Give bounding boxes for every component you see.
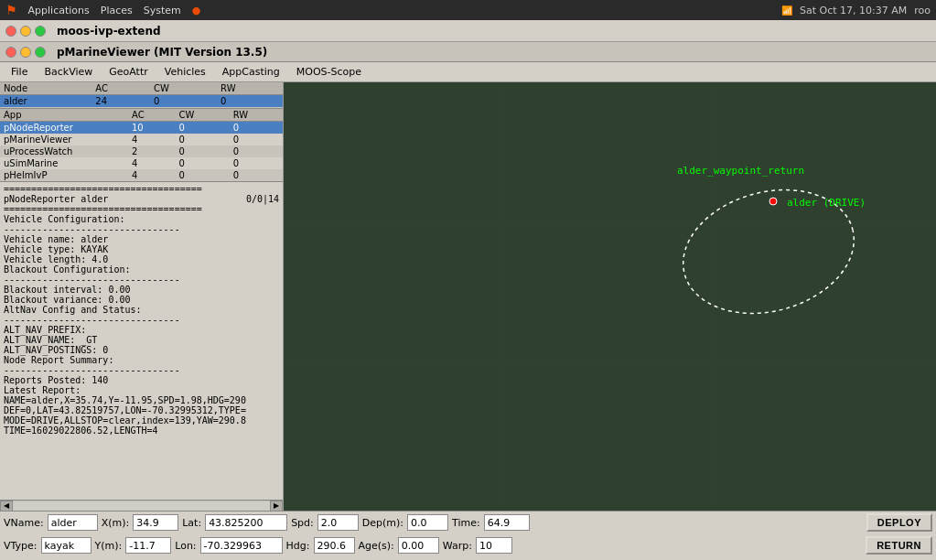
lon-input[interactable] [200, 537, 283, 554]
user-display: roo [914, 5, 931, 16]
svg-point-8 [769, 198, 777, 205]
app-ac: 4 [128, 157, 176, 169]
system-bar: ⚑ Applications Places System ● 📶 Sat Oct… [0, 0, 936, 20]
time-input[interactable] [484, 514, 530, 531]
main-area: Node AC CW RW alder 24 0 0 [0, 82, 936, 511]
app-app: uSimMarine [0, 157, 128, 169]
info-line: TIME=16029022806.52,LENGTH=4 [4, 425, 279, 436]
app-ac: 10 [128, 122, 176, 135]
app-app: uProcessWatch [0, 145, 128, 157]
deploy-button[interactable]: DEPLOY [866, 513, 932, 532]
left-panel: Node AC CW RW alder 24 0 0 [0, 82, 284, 511]
app-cw: 0 [176, 134, 230, 145]
menu-moos-scope[interactable]: MOOS-Scope [289, 64, 369, 80]
cw-col-header: CW [150, 82, 217, 95]
scroll-left-btn[interactable]: ◀ [0, 501, 13, 512]
app-cw: 0 [176, 122, 230, 135]
return-button[interactable]: RETURN [866, 536, 932, 555]
table-row[interactable]: pNodeReporter1000 [0, 122, 283, 135]
status-row3: Variable: Tm: Value: [0, 556, 936, 560]
app-table-section: App AC CW RW pNodeReporter1000pMarineVie… [0, 109, 283, 182]
window-max-btn[interactable] [35, 26, 46, 37]
svg-rect-1 [284, 82, 936, 511]
info-line: Latest Report: NAME=alder,X=35.74,Y=-11.… [4, 385, 279, 405]
info-line: Reports Posted: 140 [4, 375, 279, 385]
node-cw: 0 [150, 95, 217, 108]
app-rw: 0 [230, 157, 283, 169]
menu-file[interactable]: File [4, 64, 35, 80]
x-label: X(m): [102, 517, 130, 529]
window-close-btn[interactable] [5, 26, 16, 37]
table-row[interactable]: uSimMarine400 [0, 157, 283, 169]
info-line: Vehicle name: alder [4, 234, 279, 244]
ac-col-header: AC [91, 82, 150, 95]
system-menu[interactable]: System [144, 5, 181, 16]
vtype-input[interactable] [41, 537, 91, 554]
app-rw: 0 [230, 145, 283, 157]
age-input[interactable] [398, 537, 439, 554]
y-label: Y(m): [95, 540, 123, 552]
menu-vehicles[interactable]: Vehicles [157, 64, 213, 80]
scroll-track[interactable] [13, 501, 270, 511]
clock-display: Sat Oct 17, 10:37 AM [800, 5, 907, 16]
info-title: pNodeReporter alder [4, 194, 108, 204]
info-line: Blackout Configuration: [4, 264, 279, 275]
system-bar-left: ⚑ Applications Places System ● [5, 3, 200, 17]
app-window-title: pMarineViewer (MIT Version 13.5) [57, 46, 267, 59]
menu-bar: File BackView GeoAttr Vehicles AppCastin… [0, 62, 936, 82]
app-rw: 0 [230, 122, 283, 135]
y-input[interactable] [125, 537, 171, 554]
vname-input[interactable] [48, 514, 98, 531]
app-min-btn[interactable] [20, 47, 31, 58]
app-app: pHelmIvP [0, 169, 128, 181]
dep-input[interactable] [407, 514, 448, 531]
app-close-btn[interactable] [5, 47, 16, 58]
info-title-row: pNodeReporter alder0/0|14 [4, 194, 279, 204]
info-line: ALT_NAV_POSTINGS: 0 [4, 345, 279, 355]
hdg-input[interactable] [314, 537, 355, 554]
app-table: App AC CW RW pNodeReporter1000pMarineVie… [0, 109, 283, 181]
node-name: alder [0, 95, 91, 108]
scroll-right-btn[interactable]: ▶ [270, 501, 283, 512]
rw-col-header: RW [217, 82, 283, 95]
window-title: moos-ivp-extend [57, 25, 161, 38]
warp-input[interactable] [476, 537, 512, 554]
table-row[interactable]: uProcessWatch200 [0, 145, 283, 157]
x-input[interactable] [133, 514, 178, 531]
app-ac-header: AC [128, 109, 176, 122]
app-ac: 4 [128, 169, 176, 181]
app-ac: 2 [128, 145, 176, 157]
table-row[interactable]: pMarineViewer400 [0, 134, 283, 145]
info-line: Vehicle type: KAYAK [4, 244, 279, 254]
menu-backview[interactable]: BackView [37, 64, 100, 80]
info-line: -------------------------------- [4, 224, 279, 234]
left-scrollbar: ◀ ▶ [0, 500, 283, 511]
info-line: Vehicle Configuration: [4, 214, 279, 224]
node-rw: 0 [217, 95, 283, 108]
table-row[interactable]: alder 24 0 0 [0, 95, 283, 108]
menu-geoattr[interactable]: GeoAttr [102, 64, 156, 80]
window-min-btn[interactable] [20, 26, 31, 37]
info-line: ==================================== [4, 204, 279, 214]
app-ac: 4 [128, 134, 176, 145]
info-line: Vehicle length: 4.0 [4, 254, 279, 264]
applications-menu[interactable]: Applications [28, 5, 90, 16]
vname-label: VName: [4, 517, 44, 529]
network-icon: 📶 [781, 5, 792, 16]
app-max-btn[interactable] [35, 47, 46, 58]
info-line: -------------------------------- [4, 315, 279, 325]
info-line: Blackout variance: 0.00 [4, 295, 279, 305]
map-area[interactable]: alder (DRIVE) alder_waypoint_return [284, 82, 936, 511]
info-line: -------------------------------- [4, 275, 279, 285]
lat-input[interactable] [205, 514, 287, 531]
places-menu[interactable]: Places [101, 5, 133, 16]
table-row[interactable]: pHelmIvP400 [0, 169, 283, 181]
status-bar: VName: X(m): Lat: Spd: Dep(m): Time: DEP… [0, 511, 936, 560]
node-table: Node AC CW RW alder 24 0 0 [0, 82, 283, 108]
menu-appcasting[interactable]: AppCasting [215, 64, 287, 80]
app-cw-header: CW [176, 109, 230, 122]
age-label: Age(s): [359, 540, 394, 552]
spd-input[interactable] [317, 514, 359, 531]
app-cw: 0 [176, 145, 230, 157]
app-rw-header: RW [230, 109, 283, 122]
